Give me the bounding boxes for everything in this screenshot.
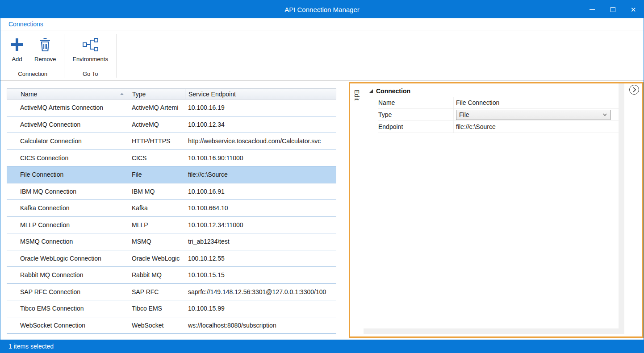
minimize-icon bbox=[590, 9, 595, 10]
status-text: 1 items selected bbox=[8, 343, 54, 350]
cell-type: Tibco EMS bbox=[128, 305, 185, 312]
cell-endpoint: 10.100.12.34 bbox=[185, 121, 336, 128]
endpoint-field[interactable]: file://c:\Source bbox=[453, 121, 619, 133]
chevron-right-icon bbox=[632, 87, 636, 92]
ribbon-separator bbox=[116, 34, 117, 78]
connection-table-body: ActiveMQ Artemis Connection ActiveMQ Art… bbox=[7, 100, 336, 334]
table-row[interactable]: Calculator Connection HTTP/HTTPS http://… bbox=[7, 133, 336, 150]
column-header-name[interactable]: Name bbox=[7, 89, 128, 99]
expander-expanded-icon bbox=[369, 89, 373, 93]
column-header-endpoint[interactable]: Service Endpoint bbox=[185, 89, 337, 99]
table-row[interactable]: Tibco EMS Connection Tibco EMS 10.100.15… bbox=[7, 300, 336, 317]
cell-endpoint: 10.100.664.10 bbox=[185, 204, 336, 212]
cell-endpoint: file://c:\Source bbox=[185, 171, 336, 178]
table-row[interactable]: WebSocket Connection WebSocket ws://loca… bbox=[7, 317, 336, 334]
cell-endpoint: 10.100.16.91 bbox=[185, 188, 336, 195]
close-button[interactable]: ✕ bbox=[623, 0, 644, 18]
trash-icon bbox=[39, 36, 51, 54]
cell-endpoint: 10.100.16.90:11000 bbox=[185, 154, 336, 162]
cell-type: SAP RFC bbox=[128, 288, 185, 295]
remove-button-label: Remove bbox=[34, 56, 56, 62]
cell-endpoint: 10.100.12.34:11000 bbox=[185, 221, 336, 228]
ribbon-group-label-goto: Go To bbox=[68, 70, 112, 80]
minimize-button[interactable] bbox=[582, 0, 602, 18]
table-row[interactable]: Kafka Connection Kafka 10.100.664.10 bbox=[7, 200, 336, 217]
horizontal-scrollbar[interactable] bbox=[364, 328, 624, 334]
cell-type: MSMQ bbox=[128, 238, 185, 245]
cell-type: Oracle WebLogic bbox=[128, 255, 185, 262]
section-header-label: Connection bbox=[376, 87, 410, 95]
environments-button[interactable]: Environments bbox=[68, 34, 112, 62]
section-header-connection[interactable]: Connection bbox=[364, 85, 624, 97]
cell-endpoint: ws://localhost:8080/subscription bbox=[185, 322, 336, 329]
column-header-label: Type bbox=[132, 91, 146, 98]
cell-endpoint: saprfc://149.148.12.56:3301@127.0.0.1:33… bbox=[185, 288, 336, 295]
connections-table: Name Type Service Endpoint ActiveMQ Arte… bbox=[7, 88, 336, 334]
table-row[interactable]: CICS Connection CICS 10.100.16.90:11000 bbox=[7, 150, 336, 167]
table-row[interactable]: IBM MQ Connection IBM MQ 10.100.16.91 bbox=[7, 183, 336, 200]
type-field-cell: File bbox=[453, 109, 619, 120]
cell-type: Kafka bbox=[128, 204, 185, 212]
cell-name: Rabbit MQ Connection bbox=[7, 271, 128, 278]
maximize-button[interactable] bbox=[602, 0, 623, 18]
cell-name: CICS Connection bbox=[7, 154, 128, 162]
property-row-type: Type File bbox=[378, 109, 619, 121]
table-row[interactable]: ActiveMQ Connection ActiveMQ 10.100.12.3… bbox=[7, 116, 336, 133]
ribbon-tabstrip: Connections bbox=[0, 18, 644, 30]
property-label: Endpoint bbox=[378, 123, 453, 130]
cell-name: ActiveMQ Artemis Connection bbox=[7, 104, 128, 111]
type-dropdown-value: File bbox=[459, 111, 469, 118]
cell-endpoint: 100.10.12.55 bbox=[185, 255, 336, 262]
plus-icon bbox=[9, 36, 25, 54]
edit-flyout-panel: Edit Connection Name File Connection bbox=[349, 82, 644, 338]
cell-type: File bbox=[128, 171, 185, 178]
tab-connections[interactable]: Connections bbox=[8, 21, 43, 28]
cell-type: WebSocket bbox=[128, 322, 185, 329]
property-row-name: Name File Connection bbox=[378, 97, 619, 109]
property-label: Type bbox=[378, 111, 453, 118]
cell-type: HTTP/HTTPS bbox=[128, 137, 185, 145]
cell-type: Rabbit MQ bbox=[128, 271, 185, 278]
maximize-icon bbox=[611, 7, 615, 12]
remove-button[interactable]: Remove bbox=[30, 34, 60, 62]
table-row[interactable]: MSMQ Connection MSMQ tri_ab1234\test bbox=[7, 233, 336, 250]
table-row[interactable]: MLLP Connection MLLP 10.100.12.34:11000 bbox=[7, 217, 336, 234]
vertical-scrollbar[interactable] bbox=[619, 83, 624, 328]
add-button-label: Add bbox=[12, 56, 22, 62]
panel-right-rail bbox=[624, 83, 642, 336]
property-grid-area: Connection Name File Connection Type bbox=[364, 83, 624, 336]
add-button[interactable]: Add bbox=[5, 34, 29, 62]
table-row[interactable]: SAP RFC Connection SAP RFC saprfc://149.… bbox=[7, 284, 336, 301]
cell-name: WebSocket Connection bbox=[7, 322, 128, 329]
table-row[interactable]: Rabbit MQ Connection Rabbit MQ 10.100.15… bbox=[7, 267, 336, 284]
cell-name: ActiveMQ Connection bbox=[7, 121, 128, 128]
name-field[interactable]: File Connection bbox=[453, 97, 619, 108]
table-row[interactable]: Oracle WebLogic Connection Oracle WebLog… bbox=[7, 250, 336, 267]
cell-name: Kafka Connection bbox=[7, 204, 128, 212]
network-nodes-icon bbox=[82, 36, 98, 54]
status-bar: 1 items selected bbox=[0, 340, 644, 353]
ribbon-separator bbox=[64, 34, 64, 78]
main-area: Name Type Service Endpoint ActiveMQ Arte… bbox=[0, 81, 644, 340]
window-title: API Connection Manager bbox=[284, 6, 360, 13]
type-dropdown[interactable]: File bbox=[456, 110, 611, 120]
edit-tab[interactable]: Edit bbox=[353, 90, 360, 100]
cell-name: SAP RFC Connection bbox=[7, 288, 128, 295]
cell-type: ActiveMQ Artemi bbox=[128, 104, 185, 111]
collapse-panel-button[interactable] bbox=[629, 85, 639, 95]
property-label: Name bbox=[378, 99, 453, 106]
ribbon: Add Remove bbox=[0, 30, 644, 81]
cell-endpoint: tri_ab1234\test bbox=[185, 238, 336, 245]
titlebar: API Connection Manager ✕ bbox=[0, 0, 644, 18]
cell-type: IBM MQ bbox=[128, 188, 185, 195]
table-row[interactable]: ActiveMQ Artemis Connection ActiveMQ Art… bbox=[7, 100, 336, 116]
sort-ascending-icon bbox=[120, 93, 124, 95]
table-row[interactable]: File Connection File file://c:\Source bbox=[7, 166, 336, 183]
cell-endpoint: 10.100.16.19 bbox=[185, 104, 336, 111]
ribbon-group-label-connection: Connection bbox=[5, 70, 60, 80]
cell-name: Tibco EMS Connection bbox=[7, 305, 128, 312]
column-header-type[interactable]: Type bbox=[128, 89, 185, 99]
cell-name: Calculator Connection bbox=[7, 137, 128, 145]
cell-name: MSMQ Connection bbox=[7, 238, 128, 245]
table-header: Name Type Service Endpoint bbox=[7, 88, 336, 100]
